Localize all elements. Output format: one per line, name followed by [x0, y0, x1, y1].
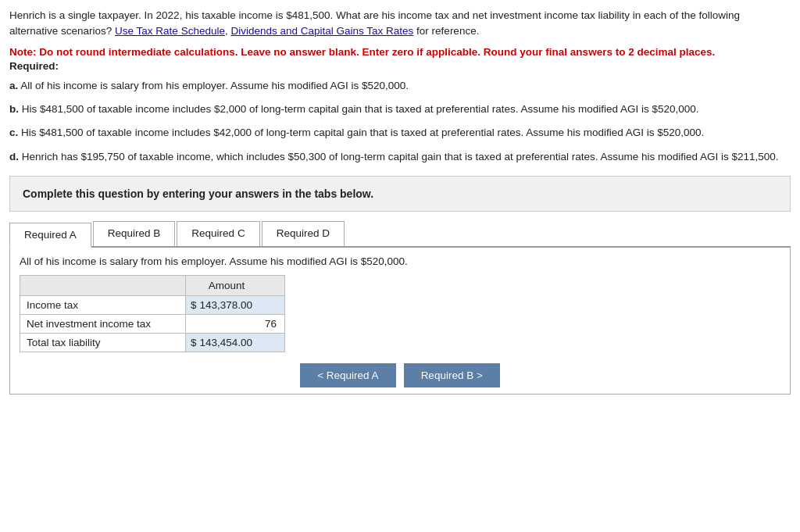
complete-box-text: Complete this question by entering your …	[23, 187, 373, 200]
tab-content-area: All of his income is salary from his emp…	[9, 248, 791, 395]
table-amount-header: Amount	[185, 275, 284, 295]
intro-paragraph: Henrich is a single taxpayer. In 2022, h…	[9, 8, 791, 40]
required-label: Required:	[9, 60, 791, 72]
nav-buttons: < Required A Required B >	[20, 363, 780, 387]
complete-box: Complete this question by entering your …	[9, 176, 791, 212]
answer-table: Amount Income tax $ 143,378.00 Net inves…	[20, 275, 285, 352]
table-row: Total tax liability $ 143,454.00	[20, 333, 285, 352]
tab-required-c[interactable]: Required C	[177, 221, 259, 246]
table-empty-header	[20, 275, 186, 295]
dividends-gains-link[interactable]: Dividends and Capital Gains Tax Rates	[230, 25, 413, 37]
scenario-a-text: All of his income is salary from his emp…	[20, 80, 409, 91]
tax-rate-schedule-link[interactable]: Use Tax Rate Schedule	[115, 25, 225, 37]
total-tax-cell: $ 143,454.00	[185, 333, 284, 352]
total-tax-dollar-sign: $	[191, 337, 197, 348]
scenario-d-letter: d.	[9, 151, 19, 162]
scenario-b-letter: b.	[9, 103, 19, 115]
income-tax-label: Income tax	[20, 295, 186, 314]
table-row: Net investment income tax 76	[20, 314, 285, 333]
tab-required-d[interactable]: Required D	[262, 221, 345, 246]
scenario-d: d. Henrich has $195,750 of taxable incom…	[9, 149, 791, 165]
scenario-c-letter: c.	[9, 127, 18, 138]
next-button[interactable]: Required B >	[404, 363, 500, 387]
tab-required-a[interactable]: Required A	[9, 223, 91, 248]
scenario-c-text: His $481,500 of taxable income includes …	[21, 127, 704, 138]
tab-a-description: All of his income is salary from his emp…	[20, 255, 780, 267]
tabs-row: Required A Required B Required C Require…	[9, 221, 791, 248]
scenario-b-text: His $481,500 of taxable income includes …	[22, 103, 699, 115]
income-tax-dollar-sign: $	[191, 299, 197, 311]
scenario-a: a. All of his income is salary from his …	[9, 78, 791, 94]
table-row: Income tax $ 143,378.00	[20, 295, 285, 314]
note-text: Note: Do not round intermediate calculat…	[9, 45, 791, 60]
total-tax-value: 143,454.00	[199, 337, 252, 348]
tab-required-b[interactable]: Required B	[93, 221, 176, 246]
scenario-c: c. His $481,500 of taxable income includ…	[9, 125, 791, 141]
income-tax-value: 143,378.00	[199, 299, 252, 311]
scenario-b: b. His $481,500 of taxable income includ…	[9, 102, 791, 117]
scenario-d-text: Henrich has $195,750 of taxable income, …	[22, 151, 779, 162]
niit-value: 76	[265, 318, 277, 330]
niit-value-cell: 76	[185, 314, 284, 333]
prev-button[interactable]: < Required A	[300, 363, 395, 387]
niit-label: Net investment income tax	[20, 314, 186, 333]
income-tax-dollar: $ 143,378.00	[185, 295, 284, 314]
link-suffix: for reference.	[416, 25, 479, 37]
scenario-a-letter: a.	[9, 80, 18, 91]
total-tax-label: Total tax liability	[20, 333, 186, 352]
